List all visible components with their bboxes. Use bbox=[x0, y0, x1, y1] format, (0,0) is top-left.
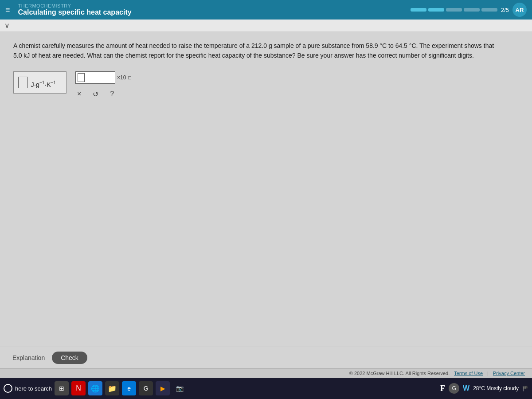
unit-label: J·g−1·K−1 bbox=[29, 81, 56, 88]
terms-of-use-link[interactable]: Terms of Use bbox=[454, 371, 483, 376]
progress-bar: 2/5 bbox=[411, 7, 509, 13]
undo-button[interactable]: ↺ bbox=[91, 89, 100, 99]
taskbar-chrome-icon[interactable]: G bbox=[139, 381, 153, 395]
x10-label: ×10 bbox=[117, 74, 126, 81]
progress-segment-3 bbox=[446, 8, 462, 12]
app-red-symbol: N bbox=[76, 384, 81, 392]
taskbar-desktop-icon[interactable]: ⊞ bbox=[55, 381, 69, 395]
app-blue-symbol: 🌐 bbox=[91, 384, 100, 393]
progress-label: 2/5 bbox=[501, 7, 509, 13]
progress-segment-2 bbox=[428, 8, 444, 12]
windows-search-icon[interactable] bbox=[4, 384, 12, 393]
copyright-bar: © 2022 McGraw Hill LLC. All Rights Reser… bbox=[0, 368, 532, 378]
chevron-bar: ∨ bbox=[0, 20, 532, 32]
help-button[interactable]: ? bbox=[108, 89, 116, 99]
desktop-icon-symbol: ⊞ bbox=[59, 385, 64, 392]
taskbar-flag-icon: 🏴 bbox=[522, 386, 528, 391]
answer-input-box[interactable]: J·g−1·K−1 bbox=[13, 71, 66, 94]
taskbar-app-red[interactable]: N bbox=[71, 381, 86, 395]
taskbar-app-blue[interactable]: 🌐 bbox=[88, 381, 102, 395]
progress-segment-5 bbox=[481, 8, 497, 12]
app-camera-symbol: 📷 bbox=[176, 385, 184, 392]
avatar-button[interactable]: AR bbox=[512, 3, 527, 17]
taskbar-app-files[interactable]: 📁 bbox=[105, 381, 119, 395]
privacy-center-link[interactable]: Privacy Center bbox=[493, 371, 525, 376]
problem-text: A chemist carefully measures the amount … bbox=[13, 41, 501, 61]
chrome-symbol: G bbox=[144, 385, 149, 392]
taskbar-app-camera[interactable]: 📷 bbox=[172, 381, 187, 395]
header-right: 2/5 AR bbox=[411, 3, 527, 17]
sci-input-row: ×10 □ bbox=[75, 71, 131, 84]
app-files-symbol: 📁 bbox=[108, 384, 117, 393]
answer-cursor-box[interactable] bbox=[18, 77, 28, 88]
check-button[interactable]: Check bbox=[52, 352, 87, 364]
taskbar-app-extra[interactable]: ▶ bbox=[156, 381, 170, 395]
explanation-button[interactable]: Explanation bbox=[9, 352, 48, 363]
scientific-input-group: ×10 □ × ↺ ? bbox=[75, 71, 131, 99]
header-title: Calculating specific heat capacity bbox=[18, 8, 132, 16]
header-bar: ≡ THERMOCHEMISTRY Calculating specific h… bbox=[0, 0, 532, 20]
progress-segment-1 bbox=[411, 8, 426, 12]
sci-exponent: □ bbox=[128, 75, 131, 80]
chevron-down-icon[interactable]: ∨ bbox=[4, 21, 10, 30]
weather-display: 28°C Mostly cloudy bbox=[473, 385, 519, 391]
app-extra-symbol: ▶ bbox=[160, 385, 165, 392]
taskbar: here to search ⊞ N 🌐 📁 e G ▶ 📷 F G W 28°… bbox=[0, 378, 532, 399]
taskbar-f-icon[interactable]: F bbox=[440, 384, 445, 393]
edge-symbol: e bbox=[127, 385, 131, 392]
sci-cursor-box[interactable] bbox=[78, 73, 85, 82]
copyright-text: © 2022 McGraw Hill LLC. All Rights Reser… bbox=[349, 371, 450, 376]
close-button[interactable]: × bbox=[75, 89, 83, 99]
taskbar-search-text[interactable]: here to search bbox=[15, 385, 52, 392]
unit-box-content: J·g−1·K−1 bbox=[18, 77, 56, 88]
menu-icon[interactable]: ≡ bbox=[5, 5, 10, 15]
taskbar-edge-icon[interactable]: e bbox=[122, 381, 136, 395]
answer-area: J·g−1·K−1 ×10 □ × ↺ ? bbox=[13, 71, 519, 99]
taskbar-w-icon[interactable]: W bbox=[463, 384, 469, 392]
sci-input-box[interactable] bbox=[75, 71, 115, 84]
header-subtitle: THERMOCHEMISTRY bbox=[18, 3, 132, 8]
taskbar-right: F G W 28°C Mostly cloudy 🏴 bbox=[440, 383, 528, 394]
main-content: A chemist carefully measures the amount … bbox=[0, 32, 532, 347]
bottom-bar: Explanation Check bbox=[0, 347, 532, 368]
taskbar-g-icon[interactable]: G bbox=[449, 383, 459, 394]
action-buttons-row: × ↺ ? bbox=[75, 89, 131, 99]
progress-segment-4 bbox=[464, 8, 480, 12]
header-title-group: THERMOCHEMISTRY Calculating specific hea… bbox=[18, 3, 132, 16]
